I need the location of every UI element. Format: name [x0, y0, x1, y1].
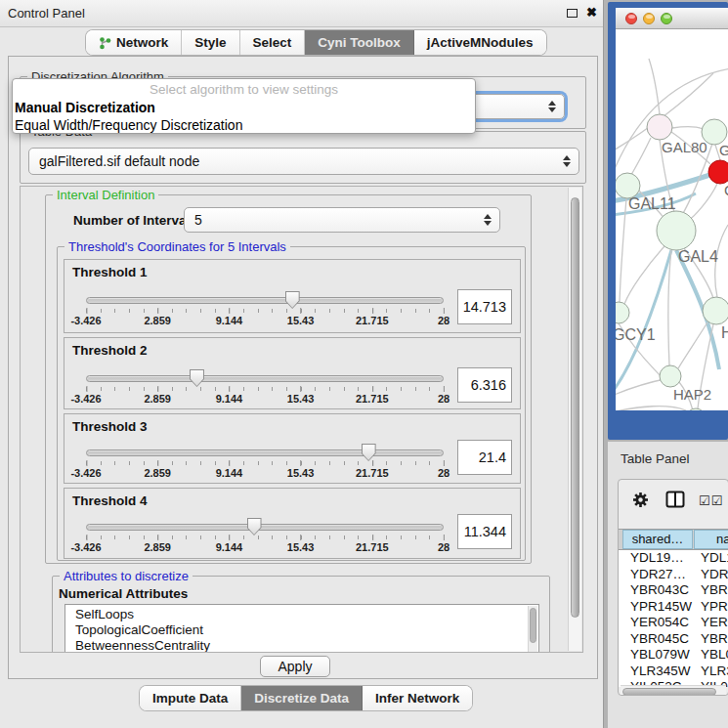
node-gcy1[interactable]	[616, 302, 629, 323]
threshold-3-label: Threshold 3	[72, 419, 148, 434]
float-window-icon[interactable]	[567, 9, 578, 18]
attributes-group-title: Attributes to discretize	[60, 569, 193, 583]
close-icon[interactable]: ✖	[586, 5, 597, 21]
list-scrollbar[interactable]	[528, 606, 537, 653]
scrollbar-thumb[interactable]	[530, 608, 536, 643]
table-row[interactable]: YBR043CYBR0	[619, 582, 728, 599]
scrollbar-thumb[interactable]	[571, 197, 579, 618]
combo-arrows-icon	[563, 155, 571, 167]
threshold-1-value[interactable]: 14.713	[457, 289, 512, 324]
tab-impute-data[interactable]: Impute Data	[140, 686, 241, 710]
threshold-coordinates-group-title: Threshold's Coordinates for 5 Intervals	[64, 239, 290, 254]
node-gal4[interactable]	[657, 211, 696, 250]
numerical-attributes-label: Numerical Attributes	[59, 586, 188, 601]
list-item[interactable]: SelfLoops	[75, 607, 538, 622]
tab-select[interactable]: Select	[240, 30, 306, 55]
table-row[interactable]: YBR045CYBR0	[619, 631, 728, 648]
network-view-window[interactable]: GAL80 GA C GAL11 GAL4 GCY1 H HAP2	[608, 2, 728, 440]
slider-handle[interactable]	[247, 518, 262, 535]
threshold-4-slider[interactable]: -3.4262.8599.14415.4321.71528	[86, 520, 444, 557]
node-gal80[interactable]	[647, 114, 672, 140]
table-data-selected-value: galFiltered.sif default node	[39, 153, 199, 169]
threshold-2-label: Threshold 2	[72, 343, 148, 358]
interval-definition-group-title: Interval Definition	[53, 188, 158, 202]
list-item[interactable]: BetweennessCentrality	[75, 638, 538, 653]
table-row[interactable]: YLR345WYLR3	[619, 664, 728, 680]
minimize-traffic-light-icon[interactable]	[643, 13, 655, 24]
threshold-4-value[interactable]: 11.344	[457, 514, 512, 549]
table-row[interactable]: YER054CYER0	[619, 615, 728, 631]
dropdown-option-equal-width-frequency[interactable]: Equal Width/Frequency Discretization	[13, 116, 475, 134]
window-title: Control Panel	[8, 6, 85, 21]
settings-scrollbar[interactable]	[568, 188, 581, 651]
network-canvas[interactable]: GAL80 GA C GAL11 GAL4 GCY1 H HAP2	[616, 29, 728, 410]
close-traffic-light-icon[interactable]	[625, 13, 637, 24]
node-label-gcy1: GCY1	[616, 326, 656, 343]
select-attributes-checkboxes-icon[interactable]: ☑☑	[699, 493, 723, 508]
slider-scale-labels: -3.4262.8599.14415.4321.71528	[86, 541, 444, 553]
tab-cyni-toolbox[interactable]: Cyni Toolbox	[305, 30, 414, 55]
slider-minor-ticks	[86, 535, 444, 539]
list-item[interactable]: TopologicalCoefficient	[75, 622, 538, 638]
node-label-gal11: GAL11	[628, 195, 676, 212]
node-label-c: C	[724, 182, 728, 198]
table-data-group: Table Data galFiltered.sif default node	[20, 131, 586, 184]
dropdown-option-manual-discretization[interactable]: Manual Discretization	[13, 99, 475, 116]
slider-track[interactable]	[86, 450, 444, 456]
tab-discretize-data[interactable]: Discretize Data	[241, 686, 363, 710]
column-header-shared-name[interactable]: shared…	[622, 530, 693, 549]
table-row[interactable]: YBL079WYBL0	[619, 647, 728, 664]
threshold-4-box: Threshold 4 -3.4262.8599.14415.4321.7152…	[64, 488, 521, 559]
combo-arrows-icon	[484, 214, 492, 226]
node-bottom[interactable]	[686, 408, 706, 410]
node-h[interactable]	[703, 297, 728, 324]
slider-handle[interactable]	[285, 291, 300, 309]
table-panel-title: Table Panel	[621, 451, 690, 466]
slider-track[interactable]	[86, 375, 444, 382]
tab-network[interactable]: Network	[86, 30, 182, 55]
slider-handle[interactable]	[190, 369, 204, 387]
threshold-1-slider[interactable]: -3.4262.8599.14415.4321.71528	[86, 293, 444, 330]
attributes-to-discretize-group: Attributes to discretize Numerical Attri…	[52, 576, 550, 653]
network-window-titlebar[interactable]	[616, 8, 728, 29]
node-table-container: ☑☑ shared… na YDL19…YDL1 YDR27…YDR2 YBR0…	[618, 479, 728, 696]
zoom-traffic-light-icon[interactable]	[661, 13, 672, 24]
split-columns-icon[interactable]	[665, 491, 685, 508]
node-label-gal4: GAL4	[678, 248, 718, 265]
slider-handle[interactable]	[362, 444, 376, 461]
table-horizontal-scrollbar[interactable]	[621, 685, 726, 696]
numerical-attributes-list: SelfLoops TopologicalCoefficient Between…	[64, 604, 539, 653]
table-panel-window: Table Panel ☑☑ shared… na YDL19…YDL1 Y	[608, 442, 728, 728]
table-row[interactable]: YDL19…YDL1	[619, 550, 728, 567]
gear-icon[interactable]	[631, 491, 650, 509]
slider-minor-ticks	[86, 309, 444, 313]
slider-track[interactable]	[86, 297, 444, 304]
table-row[interactable]: YPR145WYPR1	[619, 599, 728, 616]
node-label-hap2: HAP2	[673, 386, 711, 403]
number-of-intervals-label: Number of Intervals	[73, 213, 197, 228]
dropdown-placeholder-item[interactable]: Select algorithm to view settings	[13, 81, 475, 99]
table-data-select[interactable]: galFiltered.sif default node	[28, 148, 579, 175]
tab-network-label: Network	[116, 35, 168, 50]
node-hap2[interactable]	[660, 365, 681, 387]
number-of-intervals-select[interactable]: 5	[184, 207, 500, 233]
slider-scale-labels: -3.4262.8599.14415.4321.71528	[86, 393, 444, 405]
threshold-3-slider[interactable]: -3.4262.8599.14415.4321.71528	[86, 446, 444, 483]
threshold-3-value[interactable]: 21.4	[457, 440, 512, 475]
threshold-coordinates-group: Threshold's Coordinates for 5 Intervals …	[57, 246, 526, 561]
tab-style[interactable]: Style	[182, 30, 239, 55]
tab-jactivemnodules[interactable]: jActiveMNodules	[414, 30, 546, 55]
scrollbar-thumb[interactable]	[622, 688, 716, 696]
slider-track[interactable]	[86, 524, 444, 531]
table-row[interactable]: YDR27…YDR2	[619, 567, 728, 583]
threshold-2-value[interactable]: 6.316	[457, 367, 512, 403]
column-header-name[interactable]: na	[694, 530, 728, 549]
table-toolbar: ☑☑	[619, 488, 728, 517]
threshold-1-label: Threshold 1	[72, 265, 148, 279]
slider-scale-labels: -3.4262.8599.14415.4321.71528	[86, 315, 444, 326]
algorithm-settings-panel: Interval Definition Number of Intervals …	[20, 186, 583, 653]
tab-infer-network[interactable]: Infer Network	[363, 686, 472, 710]
apply-button[interactable]: Apply	[260, 656, 330, 677]
node-selected-red[interactable]	[708, 160, 728, 184]
threshold-2-slider[interactable]: -3.4262.8599.14415.4321.71528	[86, 371, 444, 408]
